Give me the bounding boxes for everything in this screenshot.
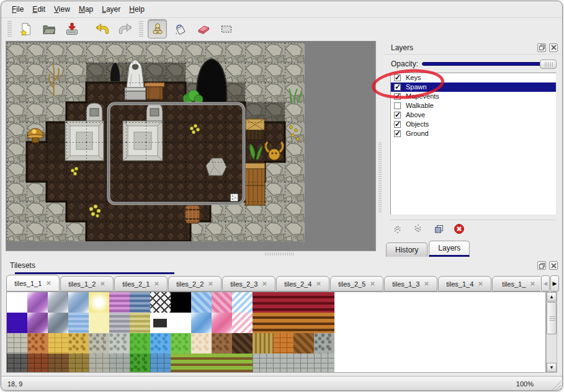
map-canvas[interactable]: [6, 41, 376, 251]
tile-3-6[interactable]: [130, 354, 150, 373]
tile-3-1[interactable]: [27, 354, 48, 373]
tile-1-15[interactable]: [314, 313, 334, 333]
tile-0-0[interactable]: [7, 292, 27, 313]
menu-file[interactable]: File: [7, 3, 28, 16]
toolbar-grip[interactable]: [139, 21, 143, 37]
tile-0-5[interactable]: [109, 292, 130, 313]
tile-0-6[interactable]: [130, 292, 150, 313]
tile-0-8[interactable]: [171, 292, 191, 313]
resize-grip[interactable]: [552, 381, 561, 390]
tileset-tab-tiles_2_1[interactable]: tiles_2_1✕: [114, 276, 168, 292]
tile-3-7[interactable]: [150, 354, 171, 373]
tile-0-7[interactable]: [150, 292, 171, 313]
opacity-slider-handle[interactable]: [540, 60, 557, 69]
tile-3-4[interactable]: [89, 354, 109, 373]
close-tab-icon[interactable]: ✕: [46, 280, 51, 287]
tile-3-3[interactable]: [68, 354, 89, 373]
tileset-tab-tiles_2_5[interactable]: tiles_2_5✕: [330, 276, 383, 292]
menu-map[interactable]: Map: [74, 3, 97, 16]
tile-1-3[interactable]: [68, 313, 89, 333]
tileset-tab-tiles_1_4[interactable]: tiles_1_4✕: [438, 276, 491, 292]
tile-2-12[interactable]: [253, 333, 273, 354]
tile-0-2[interactable]: [48, 292, 68, 313]
layer-visibility-checkbox[interactable]: [394, 121, 401, 128]
tile-1-14[interactable]: [293, 313, 314, 333]
tileset-tab-tiles_2_2[interactable]: tiles_2_2✕: [168, 276, 222, 292]
tile-3-10[interactable]: [212, 354, 232, 373]
close-tab-icon[interactable]: ✕: [100, 281, 105, 287]
close-panel-button[interactable]: [549, 43, 558, 52]
close-tab-icon[interactable]: ✕: [262, 281, 267, 287]
redo-button[interactable]: [115, 19, 135, 38]
tile-2-13[interactable]: [273, 333, 293, 354]
layer-row-above[interactable]: Above: [391, 110, 556, 120]
tile-0-9[interactable]: [191, 292, 212, 313]
menu-view[interactable]: View: [50, 3, 74, 16]
selection-resize-handle[interactable]: [230, 194, 238, 202]
rect-select-tool-button[interactable]: [217, 19, 236, 38]
tile-1-6[interactable]: [130, 313, 150, 333]
tile-2-9[interactable]: [191, 333, 212, 354]
tile-3-5[interactable]: [109, 354, 130, 373]
eraser-tool-button[interactable]: [194, 19, 213, 38]
toolbar-grip[interactable]: [7, 21, 12, 37]
opacity-slider-track[interactable]: [422, 62, 555, 66]
layer-visibility-checkbox[interactable]: [394, 102, 401, 109]
raise-layer-button[interactable]: [390, 221, 406, 236]
tile-3-8[interactable]: [171, 354, 191, 373]
tile-1-12[interactable]: [253, 313, 273, 333]
tile-3-9[interactable]: [191, 354, 212, 373]
tile-1-5[interactable]: [109, 313, 130, 333]
tile-3-12[interactable]: [253, 354, 273, 373]
tile-2-11[interactable]: [232, 333, 253, 354]
tile-2-14[interactable]: [293, 333, 314, 354]
tile-1-11[interactable]: [232, 313, 253, 333]
tile-2-7[interactable]: [150, 333, 171, 354]
tileset-tab-tiles_2_3[interactable]: tiles_2_3✕: [222, 276, 275, 292]
fill-tool-button[interactable]: [171, 19, 190, 38]
tile-0-1[interactable]: [27, 292, 48, 313]
tile-1-2[interactable]: [48, 313, 68, 333]
tab-history[interactable]: History: [386, 243, 427, 257]
layer-visibility-checkbox[interactable]: [394, 112, 401, 118]
tile-0-12[interactable]: [253, 292, 273, 313]
tile-0-13[interactable]: [273, 292, 293, 313]
tile-2-2[interactable]: [48, 333, 68, 354]
tileset-tab-tiles_1_3[interactable]: tiles_1_3✕: [384, 276, 437, 292]
layer-row-objects[interactable]: Objects: [391, 120, 556, 129]
tile-2-10[interactable]: [212, 333, 232, 354]
close-tab-icon[interactable]: ✕: [208, 281, 213, 287]
duplicate-layer-button[interactable]: [431, 221, 447, 236]
close-tab-icon[interactable]: ✕: [424, 281, 429, 287]
tileset-tab-tiles_2_4[interactable]: tiles_2_4✕: [276, 276, 329, 292]
tile-0-4[interactable]: [89, 292, 109, 313]
tile-3-11[interactable]: [232, 354, 253, 373]
close-tab-icon[interactable]: ✕: [154, 281, 159, 287]
opacity-slider[interactable]: [422, 59, 557, 69]
tile-1-4[interactable]: [89, 313, 109, 333]
tile-1-10[interactable]: [212, 313, 232, 333]
open-map-button[interactable]: [39, 19, 58, 38]
tile-2-0[interactable]: [7, 333, 27, 354]
lower-layer-button[interactable]: [410, 221, 426, 236]
tile-0-3[interactable]: [68, 292, 89, 313]
tile-2-8[interactable]: [171, 333, 191, 354]
tile-3-14[interactable]: [293, 354, 314, 373]
tile-2-3[interactable]: [68, 333, 89, 354]
save-map-button[interactable]: [62, 19, 81, 38]
tile-1-1[interactable]: [27, 313, 48, 333]
tile-0-10[interactable]: [212, 292, 232, 313]
scroll-tabs-left-button[interactable]: ◀: [541, 275, 550, 292]
tile-1-8[interactable]: [171, 313, 191, 333]
tile-3-13[interactable]: [273, 354, 293, 373]
layer-visibility-checkbox[interactable]: [394, 130, 401, 137]
tile-2-15[interactable]: [314, 333, 334, 354]
tile-0-11[interactable]: [232, 292, 253, 313]
new-map-button[interactable]: [16, 19, 35, 38]
scroll-down-button[interactable]: ▼: [547, 363, 557, 372]
tileset-tab-tiles_1_2[interactable]: tiles_1_2✕: [60, 276, 114, 292]
menu-edit[interactable]: Edit: [28, 3, 50, 16]
close-panel-button[interactable]: [549, 261, 558, 270]
tile-3-2[interactable]: [48, 354, 68, 373]
layer-row-ground[interactable]: Ground: [391, 129, 556, 138]
